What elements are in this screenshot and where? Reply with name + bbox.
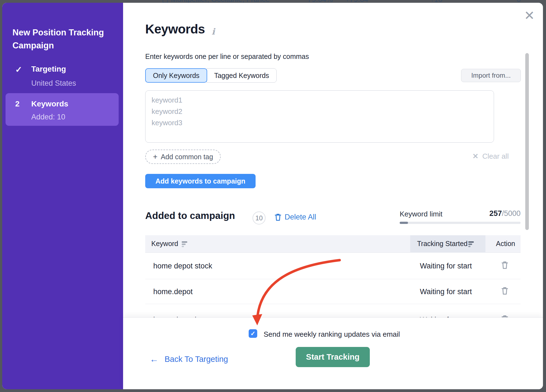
trash-icon — [501, 261, 508, 269]
back-to-targeting-link[interactable]: ← Back To Targeting — [150, 354, 228, 364]
keyword-limit-progress-fill — [400, 222, 408, 224]
step-number: 2 — [15, 100, 20, 108]
added-count-badge: 10 — [253, 211, 266, 224]
placeholder-line: keyword2 — [152, 106, 488, 117]
keywords-table-header: Keyword Tracking Started Action — [145, 235, 521, 253]
row-delete-button[interactable] — [501, 261, 508, 269]
column-header-action: Action — [496, 240, 515, 248]
keyword-limit-progressbar — [400, 222, 521, 224]
clear-all-button[interactable]: ✕ Clear all — [472, 152, 509, 161]
modal-scrollbar-thumb[interactable] — [525, 53, 529, 230]
tab-tagged-keywords[interactable]: Tagged Keywords — [207, 68, 277, 83]
placeholder-line: keyword1 — [152, 95, 488, 106]
row-status: Waiting for start — [420, 288, 472, 296]
sort-icon[interactable] — [468, 241, 475, 247]
modal-footer: ✓ Send me weekly ranking updates via ema… — [123, 317, 543, 389]
wizard-title: New Position Tracking Campaign — [12, 26, 108, 52]
background-location-text: Montpellier, Occitanie, France — [171, 0, 270, 3]
weekly-email-checkbox[interactable]: ✓ — [249, 329, 257, 338]
sidebar-item-targeting[interactable]: Targeting — [31, 65, 66, 74]
delete-all-label: Delete All — [285, 213, 316, 221]
checkbox-check-icon: ✓ — [250, 330, 255, 337]
column-header-keyword[interactable]: Keyword — [151, 240, 178, 248]
row-keyword: home.depot — [153, 288, 193, 296]
sort-icon[interactable] — [182, 241, 188, 247]
keywords-instruction: Enter keywords one per line or separated… — [145, 53, 309, 61]
arrow-left-icon: ← — [150, 354, 158, 364]
add-common-tag-label: Add common tag — [161, 153, 213, 161]
trash-icon — [275, 213, 281, 221]
row-status: Waiting for start — [420, 262, 472, 270]
start-tracking-button[interactable]: Start Tracking — [296, 347, 370, 367]
background-page-row: Montpellier, Occitanie, France 79.04% +7… — [0, 0, 546, 3]
clear-all-label: Clear all — [482, 152, 509, 161]
keyword-mode-tabs: Only Keywords Tagged Keywords — [145, 68, 277, 83]
background-change-value: +79.04 — [345, 0, 368, 3]
delete-all-button[interactable]: Delete All — [275, 213, 316, 221]
plus-icon: + — [153, 152, 157, 161]
row-keyword: home depot stock — [153, 262, 212, 270]
background-positions-value: ↑10 — [430, 0, 443, 3]
keyword-limit-total: /5000 — [502, 209, 521, 218]
import-from-button[interactable]: Import from... — [461, 69, 521, 82]
trash-icon — [501, 287, 508, 295]
keyword-limit-value: 257/5000 — [400, 209, 521, 218]
added-section-title: Added to campaign — [145, 210, 235, 221]
add-keywords-button[interactable]: Add keywords to campaign — [145, 174, 256, 188]
row-delete-button[interactable] — [501, 287, 508, 295]
background-count-value: 0 — [517, 0, 521, 3]
keyword-limit-used: 257 — [489, 209, 502, 218]
background-row-checkbox — [163, 0, 168, 3]
column-header-tracking-started[interactable]: Tracking Started — [417, 240, 467, 248]
background-visibility-value: 79.04% — [308, 0, 333, 3]
page-title: Keywords — [145, 22, 205, 36]
step-done-check-icon: ✓ — [15, 65, 22, 74]
campaign-wizard-sidebar: New Position Tracking Campaign ✓ Targeti… — [2, 3, 123, 389]
keywords-added-count: Added: 10 — [31, 113, 65, 121]
add-common-tag-button[interactable]: + Add common tag — [145, 150, 221, 164]
targeting-selected-value: United States — [31, 79, 76, 88]
position-tracking-modal-screen: Montpellier, Occitanie, France 79.04% +7… — [0, 0, 546, 392]
tab-only-keywords[interactable]: Only Keywords — [145, 68, 207, 83]
clear-icon: ✕ — [472, 152, 479, 161]
table-row: home.depot Waiting for start — [145, 279, 521, 304]
placeholder-line: keyword3 — [152, 117, 488, 129]
sidebar-item-keywords[interactable]: Keywords — [31, 100, 68, 108]
close-icon[interactable]: ✕ — [522, 8, 537, 23]
info-icon[interactable]: i — [212, 27, 215, 36]
keywords-textarea[interactable]: keyword1 keyword2 keyword3 — [145, 90, 494, 143]
table-row: home depot stock Waiting for start — [145, 253, 521, 279]
weekly-email-label: Send me weekly ranking updates via email — [264, 330, 400, 339]
back-link-label: Back To Targeting — [165, 355, 228, 364]
new-campaign-modal: New Position Tracking Campaign ✓ Targeti… — [2, 3, 543, 389]
